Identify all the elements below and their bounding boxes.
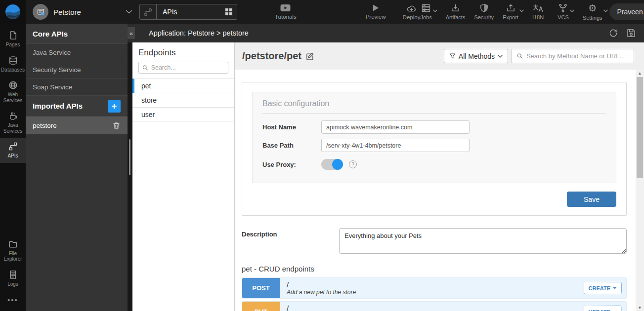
scrollbar-thumb[interactable] (637, 77, 643, 178)
sidebar-scrollbar-thumb[interactable] (129, 139, 130, 175)
endpoint-description: Add a new pet to the store (287, 289, 356, 296)
jobs-button[interactable]: Jobs (420, 3, 431, 20)
update-action-dropdown[interactable]: UPDATE (584, 306, 622, 311)
wavemaker-logo-icon (4, 3, 21, 20)
endpoints-title: Endpoints (132, 42, 234, 62)
export-button[interactable]: Export (503, 3, 518, 20)
edit-pencil-icon[interactable] (305, 52, 314, 61)
tutorials-label: Tutorials (275, 14, 297, 20)
endpoint-path: / (287, 304, 345, 311)
crud-row-put[interactable]: PUT / Update an existing pet UPDATE (242, 301, 627, 311)
collapse-sidebar-button[interactable]: « (128, 27, 135, 39)
method-search[interactable] (512, 49, 634, 63)
project-switcher[interactable]: Petstore (26, 4, 139, 20)
settings-button[interactable]: ⚙ Settings (583, 3, 602, 21)
brand-logo[interactable] (0, 0, 26, 24)
rail-item-file-explorer[interactable]: File Explorer (0, 235, 26, 266)
user-name: Praveen (617, 8, 643, 16)
save-button[interactable]: Save (567, 192, 616, 207)
rail-item-logs[interactable]: Logs (0, 266, 26, 291)
toggle-knob (332, 159, 343, 170)
chevron-down-icon (519, 9, 524, 12)
search-icon (142, 65, 148, 71)
tutorials-button[interactable]: Tutorials (275, 4, 297, 20)
endpoint-path: / (287, 280, 356, 289)
create-action-dropdown[interactable]: CREATE (584, 282, 622, 294)
refresh-button[interactable] (608, 28, 618, 38)
log-document-icon (8, 270, 18, 279)
main-area: /petstore/pet All Methods (235, 42, 644, 311)
core-apis-header: Core APIs (26, 24, 128, 43)
endpoint-item-pet[interactable]: pet (132, 78, 234, 93)
base-path-field[interactable] (321, 139, 470, 152)
endpoint-item-user[interactable]: user (132, 107, 234, 121)
project-name: Petstore (53, 8, 81, 16)
security-button[interactable]: Security (474, 3, 494, 20)
endpoints-search[interactable] (138, 62, 228, 74)
vertical-scrollbar[interactable]: ▲ ▼ (636, 70, 644, 311)
filter-funnel-icon (449, 53, 456, 59)
add-api-button[interactable]: + (108, 100, 121, 113)
page-icon (8, 31, 18, 40)
crud-section-title: pet - CRUD endpoints (242, 265, 636, 273)
tutorials-icon (280, 4, 291, 12)
rail-item-apis[interactable]: APIs (0, 138, 26, 163)
rail-item-web-services[interactable]: Web Services (0, 77, 26, 107)
imported-apis-header: Imported APIs + (26, 95, 128, 116)
sidebar-item-soap-service[interactable]: Soap Service (26, 78, 128, 95)
rail-more-button[interactable]: ••• (0, 291, 26, 311)
scroll-up-arrow[interactable]: ▲ (636, 70, 644, 77)
sidebar-scrollbar[interactable] (128, 42, 132, 311)
folder-icon (8, 239, 18, 249)
apis-node-icon (140, 4, 157, 19)
endpoints-search-input[interactable] (151, 64, 224, 71)
preview-label: Preview (366, 14, 386, 20)
description-textarea[interactable]: Everything about your Pets (339, 228, 627, 254)
basic-config-title: Basic configuration (262, 99, 606, 114)
trash-icon[interactable] (112, 121, 121, 130)
globe-icon (8, 80, 18, 90)
sidebar-item-java-service[interactable]: Java Service (26, 43, 128, 61)
workspace-selector[interactable]: APIs (139, 4, 237, 20)
method-search-input[interactable] (526, 52, 629, 60)
scroll-down-arrow[interactable]: ▼ (636, 304, 644, 311)
endpoints-panel: Endpoints pet store user (132, 42, 235, 311)
user-menu[interactable]: Praveen PR (609, 3, 644, 20)
methods-filter-dropdown[interactable]: All Methods (444, 49, 508, 63)
rail-item-databases[interactable]: Databases (0, 52, 26, 77)
sidebar-item-security-service[interactable]: Security Service (26, 61, 128, 78)
chevron-down-icon (603, 9, 608, 12)
topbar-tools: Jobs Artifacts Security Exp (420, 3, 602, 21)
petstore-label: petstore (33, 122, 57, 129)
i18n-button[interactable]: I18N (532, 3, 544, 20)
preview-button[interactable]: Preview (366, 4, 386, 20)
crud-row-post[interactable]: POST / Add a new pet to the store CREATE (242, 277, 627, 299)
vcs-button[interactable]: VCS (558, 3, 569, 20)
deploy-cloud-icon (406, 4, 417, 12)
wavemaker-studio: Petstore APIs Tutorials (0, 0, 644, 311)
grid-waffle-icon[interactable] (225, 8, 232, 15)
breadcrumb-bar: « Application: Petstore > petstore (128, 24, 644, 42)
endpoint-item-store[interactable]: store (132, 93, 234, 107)
breadcrumb: Application: Petstore > petstore (149, 29, 249, 37)
use-proxy-toggle[interactable] (321, 159, 343, 170)
deploy-button[interactable]: Deploy (403, 4, 421, 20)
branch-icon (558, 3, 568, 13)
base-path-label: Base Path (262, 142, 321, 149)
save-project-button[interactable] (626, 28, 636, 38)
host-name-field[interactable] (321, 120, 470, 134)
basic-config-panel: Basic configuration Host Name Base Path (252, 92, 616, 183)
sidebar-item-petstore[interactable]: petstore (26, 116, 128, 134)
method-badge-put: PUT (242, 302, 280, 311)
chevron-down-icon (433, 9, 437, 12)
rail-item-java-services[interactable]: Java Services (0, 107, 26, 138)
preview-icon (373, 4, 379, 12)
top-bar: Petstore APIs Tutorials (0, 0, 644, 24)
content-scroll-area: Basic configuration Host Name Base Path (235, 70, 636, 311)
floppy-save-icon (626, 28, 636, 38)
artifacts-button[interactable]: Artifacts (446, 3, 466, 20)
project-avatar-icon (33, 4, 48, 20)
left-rail: Pages Databases Web Services (0, 24, 26, 311)
help-icon[interactable]: ? (349, 160, 357, 168)
rail-item-pages[interactable]: Pages (0, 27, 26, 52)
